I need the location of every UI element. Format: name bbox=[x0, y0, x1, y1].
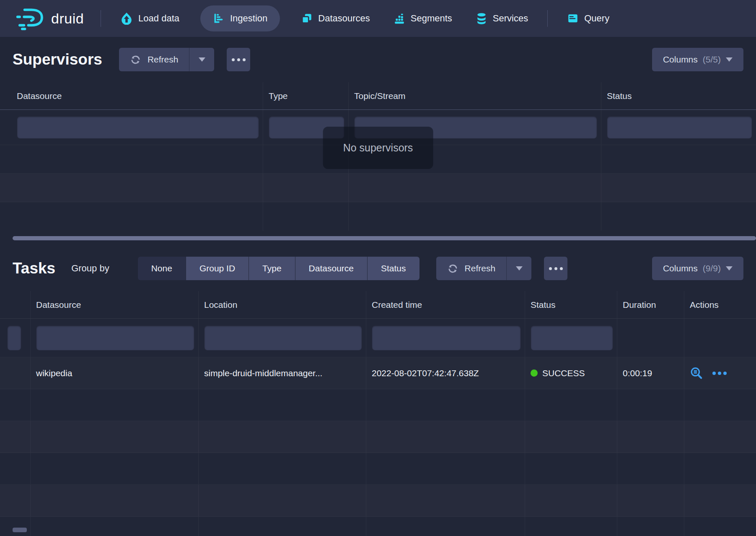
table-row bbox=[0, 421, 756, 453]
refresh-icon bbox=[130, 54, 141, 65]
segments-icon bbox=[394, 13, 405, 24]
nav-divider bbox=[101, 10, 101, 27]
columns-count: (5/5) bbox=[703, 55, 721, 65]
nav-item-ingestion[interactable]: Ingestion bbox=[200, 5, 280, 31]
task-id-filter-input[interactable] bbox=[7, 325, 21, 351]
tasks-title: Tasks bbox=[13, 260, 55, 277]
task-row-wikipedia: wikipedia simple-druid-middlemanager... … bbox=[0, 357, 756, 389]
no-supervisors-message: No supervisors bbox=[323, 127, 433, 169]
supervisors-table: Datasource Type Topic/Stream Status No s… bbox=[0, 82, 756, 231]
column-header-datasource[interactable]: Datasource bbox=[31, 291, 199, 318]
top-nav-bar: druid Load data Ingestion bbox=[0, 0, 756, 37]
columns-count: (9/9) bbox=[703, 263, 721, 273]
columns-label: Columns bbox=[663, 263, 698, 273]
tasks-refresh-split-button: Refresh bbox=[436, 257, 532, 280]
druid-logo-icon bbox=[15, 7, 45, 30]
supervisors-toolbar: Supervisors Refresh Columns (5/5) bbox=[0, 37, 756, 82]
supervisors-refresh-split-button: Refresh bbox=[119, 48, 215, 71]
load-data-icon bbox=[120, 12, 133, 25]
supervisors-refresh-caret-button[interactable] bbox=[189, 48, 214, 71]
group-by-type-button[interactable]: Type bbox=[249, 257, 295, 280]
nav-item-label: Services bbox=[493, 13, 528, 24]
table-row bbox=[0, 517, 756, 536]
task-location-value: simple-druid-middlemanager... bbox=[199, 357, 366, 389]
column-header-duration[interactable]: Duration bbox=[617, 291, 684, 318]
magnifying-glass-icon bbox=[690, 367, 703, 380]
nav-item-label: Ingestion bbox=[230, 13, 267, 24]
supervisors-header-row: Datasource Type Topic/Stream Status bbox=[0, 82, 756, 110]
supervisor-status-filter-input[interactable] bbox=[607, 116, 752, 139]
supervisors-columns-button[interactable]: Columns (5/5) bbox=[652, 48, 743, 71]
group-by-status-button[interactable]: Status bbox=[367, 257, 419, 280]
column-header-type[interactable]: Type bbox=[263, 82, 349, 109]
task-location-filter-input[interactable] bbox=[204, 325, 362, 351]
table-row bbox=[0, 485, 756, 517]
task-details-button[interactable] bbox=[690, 367, 703, 380]
table-row bbox=[0, 174, 756, 202]
more-icon bbox=[232, 58, 235, 61]
column-header-datasource[interactable]: Datasource bbox=[0, 82, 263, 109]
druid-logo[interactable]: druid bbox=[15, 7, 84, 30]
task-datasource-filter-input[interactable] bbox=[36, 325, 194, 351]
scrollbar-thumb[interactable] bbox=[13, 236, 756, 240]
supervisors-refresh-button[interactable]: Refresh bbox=[119, 48, 189, 71]
chevron-down-icon bbox=[516, 266, 523, 271]
nav-item-label: Query bbox=[584, 13, 609, 24]
supervisors-horizontal-scrollbar[interactable] bbox=[0, 231, 756, 246]
column-header-created-time[interactable]: Created time bbox=[366, 291, 525, 318]
tasks-filter-row bbox=[0, 319, 756, 357]
brand-name: druid bbox=[51, 10, 84, 27]
columns-label: Columns bbox=[663, 55, 698, 65]
column-header-task-id[interactable] bbox=[0, 291, 31, 318]
tasks-more-button[interactable] bbox=[544, 257, 567, 280]
chevron-down-icon bbox=[726, 57, 733, 62]
tasks-refresh-caret-button[interactable] bbox=[506, 257, 531, 280]
group-by-datasource-button[interactable]: Datasource bbox=[295, 257, 367, 280]
supervisors-title: Supervisors bbox=[13, 51, 102, 68]
refresh-label: Refresh bbox=[148, 55, 179, 65]
chevron-down-icon bbox=[726, 266, 733, 271]
refresh-label: Refresh bbox=[465, 263, 496, 273]
supervisor-datasource-filter-input[interactable] bbox=[17, 116, 259, 139]
more-icon bbox=[549, 267, 552, 270]
column-header-status[interactable]: Status bbox=[525, 291, 617, 318]
table-row bbox=[0, 202, 756, 231]
ingestion-icon bbox=[213, 13, 225, 24]
task-datasource-value: wikipedia bbox=[31, 357, 199, 389]
services-icon bbox=[476, 12, 487, 25]
group-by-segmented-control: None Group ID Type Datasource Status bbox=[138, 257, 419, 280]
datasources-icon bbox=[301, 13, 313, 24]
group-by-group-id-button[interactable]: Group ID bbox=[186, 257, 249, 280]
refresh-icon bbox=[447, 263, 458, 274]
tasks-columns-button[interactable]: Columns (9/9) bbox=[652, 257, 743, 280]
column-header-actions[interactable]: Actions bbox=[684, 291, 756, 318]
query-icon bbox=[567, 13, 579, 24]
table-row bbox=[0, 453, 756, 485]
tasks-table: Datasource Location Created time Status … bbox=[0, 291, 756, 536]
task-created-time-value: 2022-08-02T07:42:47.638Z bbox=[366, 357, 525, 389]
nav-item-load-data[interactable]: Load data bbox=[118, 12, 182, 25]
more-icon bbox=[712, 372, 716, 375]
nav-item-datasources[interactable]: Datasources bbox=[298, 13, 373, 24]
task-status-filter-input[interactable] bbox=[531, 325, 613, 351]
column-header-topic-stream[interactable]: Topic/Stream bbox=[349, 82, 601, 109]
nav-divider bbox=[547, 10, 548, 27]
nav-item-label: Load data bbox=[138, 13, 179, 24]
task-actions-cell bbox=[684, 357, 756, 389]
task-created-time-filter-input[interactable] bbox=[372, 325, 521, 351]
nav-item-segments[interactable]: Segments bbox=[391, 13, 455, 24]
task-duration-value: 0:00:19 bbox=[617, 357, 684, 389]
tasks-toolbar: Tasks Group by None Group ID Type Dataso… bbox=[0, 246, 756, 291]
tasks-refresh-button[interactable]: Refresh bbox=[436, 257, 507, 280]
tasks-horizontal-scrollbar[interactable] bbox=[13, 528, 27, 532]
task-status-value: SUCCESS bbox=[525, 357, 617, 389]
task-more-actions-button[interactable] bbox=[712, 372, 727, 375]
column-header-status[interactable]: Status bbox=[601, 82, 756, 109]
group-by-none-button[interactable]: None bbox=[138, 257, 186, 280]
table-row bbox=[0, 389, 756, 421]
tasks-header-row: Datasource Location Created time Status … bbox=[0, 291, 756, 319]
column-header-location[interactable]: Location bbox=[199, 291, 366, 318]
nav-item-services[interactable]: Services bbox=[473, 12, 531, 25]
nav-item-query[interactable]: Query bbox=[564, 13, 612, 24]
supervisors-more-button[interactable] bbox=[227, 48, 250, 71]
